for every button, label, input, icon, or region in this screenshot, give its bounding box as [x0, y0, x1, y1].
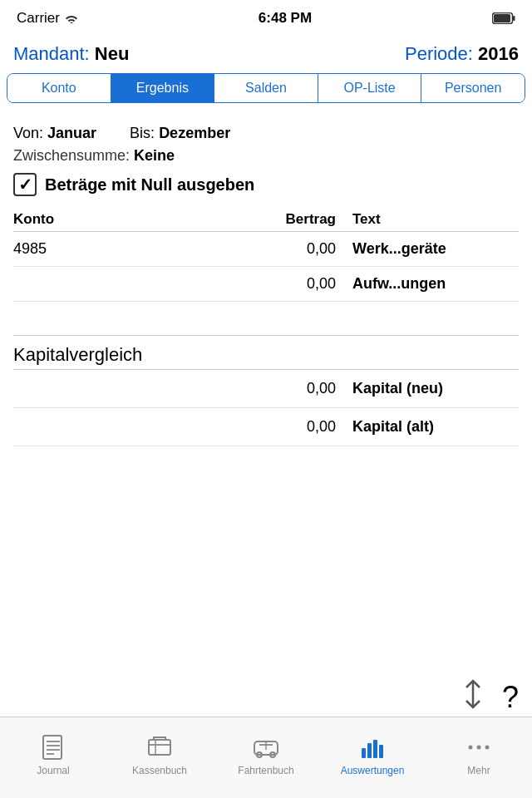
table-header: Konto Bertrag Text: [13, 208, 519, 232]
von-value: Januar: [47, 125, 96, 141]
status-bar: Carrier 6:48 PM: [0, 0, 532, 37]
bottom-tab-journal[interactable]: Journal: [0, 733, 106, 776]
action-row: ?: [461, 679, 519, 715]
tab-op-liste[interactable]: OP-Liste: [318, 74, 422, 102]
carrier-info: Carrier: [17, 10, 78, 27]
periode-info: Periode: 2016: [405, 43, 519, 65]
row1-betrag: 0,00: [113, 240, 352, 258]
col-header-betrag: Bertrag: [113, 211, 352, 228]
sort-button[interactable]: [461, 679, 485, 715]
mandant-value: Neu: [95, 43, 130, 64]
svg-rect-3: [513, 16, 515, 21]
bottom-tab-mehr[interactable]: Mehr: [426, 733, 532, 776]
row2-betrag: 0,00: [113, 275, 352, 293]
fahrtenbuch-label: Fahrtenbuch: [238, 765, 293, 776]
kapitalvergleich-title: Kapitalvergleich: [13, 336, 519, 369]
row2-text: Aufw...ungen: [352, 275, 519, 293]
table-row[interactable]: 0,00 Aufw...ungen: [13, 267, 519, 302]
filter-row: Von: Januar Bis: Dezember: [13, 125, 519, 142]
svg-rect-5: [43, 736, 62, 759]
auswertungen-icon: [358, 733, 387, 761]
svg-rect-2: [494, 14, 510, 22]
bottom-tab-fahrtenbuch[interactable]: Fahrtenbuch: [213, 733, 319, 776]
svg-rect-19: [367, 743, 372, 758]
svg-point-24: [485, 745, 490, 749]
auswertungen-label: Auswertungen: [341, 765, 405, 776]
mandant-label: Mandant:: [13, 43, 95, 64]
svg-rect-10: [149, 740, 170, 755]
bottom-tab-kassenbuch[interactable]: Kassenbuch: [106, 733, 213, 776]
zwischensumme-label: Zwischensumme:: [13, 147, 130, 164]
zwischensumme-value: Keine: [134, 147, 175, 164]
mandant-info: Mandant: Neu: [13, 43, 129, 65]
row1-text: Werk...geräte: [352, 240, 519, 258]
tab-ergebnis[interactable]: Ergebnis: [111, 74, 215, 102]
svg-rect-20: [373, 740, 377, 758]
tab-bar: Konto Ergebnis Salden OP-Liste Personen: [7, 73, 525, 103]
kassenbuch-label: Kassenbuch: [132, 765, 187, 776]
status-time: 6:48 PM: [259, 10, 312, 27]
kapital-neu-text: Kapital (neu): [352, 380, 519, 397]
von-label: Von:: [13, 125, 43, 141]
kapital-alt-row[interactable]: 0,00 Kapital (alt): [13, 408, 519, 446]
kapital-neu-row[interactable]: 0,00 Kapital (neu): [13, 370, 519, 408]
mehr-label: Mehr: [467, 765, 490, 776]
fahrtenbuch-icon: [252, 733, 280, 761]
bis-value: Dezember: [159, 125, 230, 141]
col-header-konto: Konto: [13, 211, 113, 228]
carrier-text: Carrier: [17, 10, 60, 27]
help-button[interactable]: ?: [502, 680, 519, 715]
periode-label: Periode:: [405, 43, 478, 64]
kapital-alt-text: Kapital (alt): [352, 418, 519, 436]
battery-indicator: [492, 12, 515, 24]
col-header-text: Text: [352, 211, 519, 228]
svg-point-22: [469, 745, 473, 749]
periode-value: 2016: [478, 43, 519, 64]
sort-icon: [461, 679, 485, 709]
zwischensumme-row[interactable]: Zwischensumme: Keine: [13, 147, 519, 165]
bottom-tab-auswertungen[interactable]: Auswertungen: [319, 733, 426, 776]
kapital-neu-betrag: 0,00: [113, 380, 352, 397]
tab-konto[interactable]: Konto: [7, 74, 111, 102]
table-row[interactable]: 4985 0,00 Werk...geräte: [13, 232, 519, 267]
journal-label: Journal: [37, 765, 69, 776]
checkbox-row[interactable]: ✓ Beträge mit Null ausgeben: [13, 173, 519, 196]
mehr-icon: [465, 733, 493, 761]
header: Mandant: Neu Periode: 2016: [0, 37, 532, 73]
bis-filter[interactable]: Bis: Dezember: [130, 125, 230, 142]
bis-label: Bis:: [130, 125, 155, 141]
tab-personen[interactable]: Personen: [421, 74, 525, 102]
svg-point-0: [70, 22, 72, 24]
bottom-tab-bar: Journal Kassenbuch Fahrtenbuch Auswer: [0, 717, 532, 798]
svg-point-23: [477, 745, 481, 749]
von-filter[interactable]: Von: Januar: [13, 125, 96, 142]
kapital-alt-betrag: 0,00: [113, 418, 352, 436]
kassenbuch-icon: [145, 733, 174, 761]
journal-icon: [39, 733, 67, 761]
row1-konto: 4985: [13, 240, 113, 258]
tab-salden[interactable]: Salden: [214, 74, 318, 102]
wifi-icon: [65, 13, 78, 23]
main-content: Von: Januar Bis: Dezember Zwischensumme:…: [0, 103, 532, 446]
checkbox-label: Beträge mit Null ausgeben: [45, 175, 254, 195]
svg-rect-21: [379, 745, 383, 758]
svg-rect-18: [362, 748, 366, 758]
header-title: Mandant: Neu Periode: 2016: [13, 43, 519, 65]
battery-icon: [492, 12, 515, 24]
betraege-checkbox[interactable]: ✓: [13, 173, 37, 196]
